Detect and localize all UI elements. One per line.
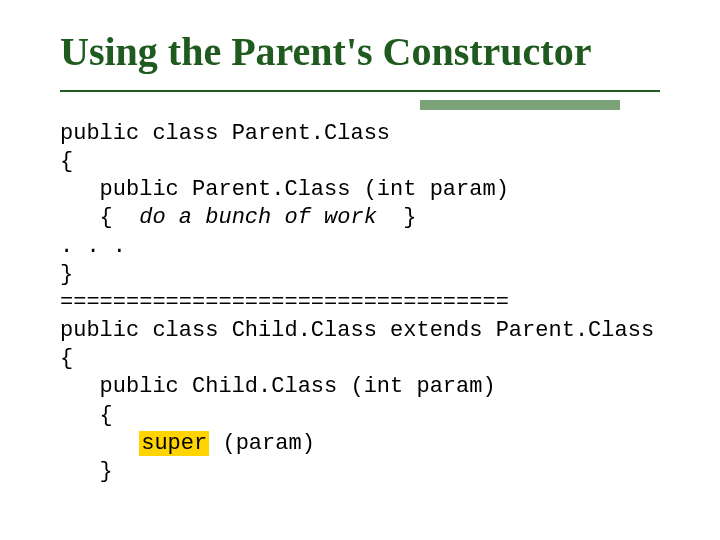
- code-line: ==================================: [60, 290, 509, 315]
- code-line: }: [60, 459, 113, 484]
- code-line: (param): [209, 431, 315, 456]
- slide-title: Using the Parent's Constructor: [60, 28, 591, 75]
- code-line: {: [60, 403, 113, 428]
- title-underline: [60, 90, 660, 92]
- slide: Using the Parent's Constructor public cl…: [0, 0, 720, 540]
- code-line: }: [377, 205, 417, 230]
- code-line: [60, 431, 139, 456]
- code-block: public class Parent.Class { public Paren…: [60, 120, 654, 486]
- code-line: public Parent.Class (int param): [60, 177, 509, 202]
- code-line: {: [60, 346, 73, 371]
- code-line: . . .: [60, 234, 126, 259]
- code-line: }: [60, 262, 73, 287]
- accent-bar: [420, 100, 620, 110]
- code-line: {: [60, 205, 139, 230]
- code-highlight: super: [139, 431, 209, 456]
- code-italic: do a bunch of work: [139, 205, 377, 230]
- code-line: public class Parent.Class: [60, 121, 390, 146]
- code-line: public class Child.Class extends Parent.…: [60, 318, 654, 343]
- code-line: public Child.Class (int param): [60, 374, 496, 399]
- code-line: {: [60, 149, 73, 174]
